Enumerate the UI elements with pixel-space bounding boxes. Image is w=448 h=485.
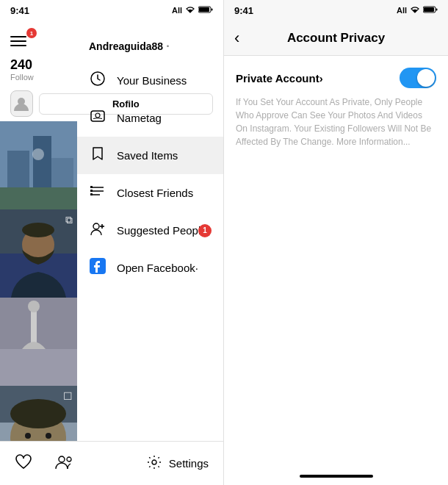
settings-label[interactable]: Settings — [169, 457, 209, 470]
menu-label-open-facebook: Open Facebook· — [117, 262, 198, 274]
menu-area: Andreaguida88 · Your Business Nametag Sa… — [77, 29, 223, 441]
avatar — [10, 90, 33, 117]
people-icon[interactable] — [54, 453, 73, 474]
menu-label-nametag: Nametag — [117, 112, 162, 124]
right-battery-icon — [423, 5, 438, 15]
left-wifi-icon — [185, 5, 195, 15]
right-nav-bar: ‹ Account Privacy — [224, 21, 448, 56]
right-time: 9:41 — [234, 5, 253, 16]
svg-point-17 — [28, 301, 40, 312]
svg-point-26 — [95, 113, 100, 118]
svg-rect-15 — [0, 349, 77, 386]
hamburger-wrapper[interactable]: 1 — [10, 28, 37, 54]
nametag-icon — [89, 108, 106, 128]
left-signal: All — [172, 6, 182, 15]
photo-4: ☐ — [0, 386, 77, 441]
svg-point-9 — [32, 148, 44, 160]
svg-point-39 — [152, 460, 156, 464]
right-signal: All — [397, 6, 407, 15]
follower-label: Follow — [10, 73, 34, 82]
svg-rect-2 — [199, 7, 209, 12]
menu-item-nametag[interactable]: Nametag — [77, 99, 223, 137]
facebook-icon — [89, 258, 106, 278]
privacy-row: Private Account› — [236, 68, 436, 88]
menu-item-open-facebook[interactable]: Open Facebook· — [77, 249, 223, 287]
privacy-description: If You Set Your Account As Private, Only… — [236, 96, 436, 148]
toggle-knob — [417, 69, 435, 87]
hamburger-line-3 — [10, 45, 26, 46]
photo-2: ⧉ — [0, 209, 77, 298]
menu-item-saved-items[interactable]: Saved Items — [77, 137, 223, 174]
photo-1 — [0, 121, 77, 209]
follower-count: 240 — [10, 57, 32, 73]
svg-rect-30 — [90, 186, 93, 188]
username-chevron: · — [166, 40, 169, 53]
username-row: Andreaguida88 · — [77, 37, 223, 62]
suggested-badge: 1 — [198, 224, 212, 237]
menu-label-suggested-people: Suggested People — [117, 224, 207, 237]
saved-items-icon — [89, 146, 106, 165]
your-business-icon — [89, 71, 106, 90]
heart-icon[interactable] — [15, 453, 32, 474]
svg-rect-31 — [90, 190, 93, 192]
svg-point-21 — [10, 399, 66, 428]
menu-label-saved-items: Saved Items — [117, 149, 178, 162]
svg-rect-32 — [90, 193, 93, 195]
closest-friends-icon — [89, 183, 106, 203]
svg-point-38 — [67, 457, 71, 461]
right-status-icons: All — [397, 5, 438, 15]
svg-point-13 — [22, 223, 54, 237]
hamburger-line-1 — [10, 36, 26, 37]
left-status-bar: 9:41 All — [0, 0, 223, 21]
settings-icon[interactable] — [147, 455, 162, 473]
back-button[interactable]: ‹ — [234, 29, 239, 48]
photo-3 — [0, 298, 77, 386]
svg-point-23 — [46, 433, 51, 439]
svg-point-33 — [93, 223, 99, 229]
left-bottom-bar: Settings — [0, 441, 223, 485]
svg-rect-1 — [212, 9, 213, 11]
left-time: 9:41 — [10, 5, 29, 16]
hamburger-line-2 — [10, 40, 26, 42]
svg-rect-25 — [91, 111, 104, 121]
privacy-account-label[interactable]: Private Account› — [236, 72, 323, 85]
svg-point-37 — [59, 456, 65, 462]
left-battery-icon — [198, 5, 213, 15]
notification-badge: 1 — [26, 28, 37, 38]
username-text: Andreaguida88 — [89, 40, 163, 52]
private-account-toggle[interactable] — [400, 68, 436, 88]
right-status-bar: 9:41 All — [224, 0, 448, 21]
menu-item-closest-friends[interactable]: Closest Friends — [77, 174, 223, 212]
right-panel: 9:41 All ‹ Account Privacy Private Accou… — [224, 0, 448, 485]
menu-item-suggested-people[interactable]: Suggested People 1 — [77, 212, 223, 249]
suggested-people-icon — [89, 220, 106, 240]
menu-label-closest-friends: Closest Friends — [117, 187, 193, 199]
photo-grid: ⧉ ☐ — [0, 121, 77, 441]
menu-label-your-business: Your Business — [117, 74, 187, 87]
svg-point-22 — [25, 433, 31, 439]
left-status-icons: All — [172, 5, 213, 15]
svg-rect-8 — [0, 187, 77, 209]
multi-photo-icon: ⧉ — [65, 214, 73, 226]
left-panel: 9:41 All 1 240 Follow Rofilo — [0, 0, 224, 485]
settings-row: Settings — [147, 455, 209, 473]
svg-rect-42 — [424, 7, 434, 12]
right-home-indicator — [300, 475, 373, 478]
multi-photo-icon-2: ☐ — [63, 390, 73, 402]
right-wifi-icon — [410, 5, 420, 15]
nav-title: Account Privacy — [287, 31, 385, 46]
menu-item-your-business[interactable]: Your Business — [77, 62, 223, 99]
right-content: Private Account› If You Set Your Account… — [224, 56, 448, 469]
svg-rect-41 — [436, 9, 438, 11]
